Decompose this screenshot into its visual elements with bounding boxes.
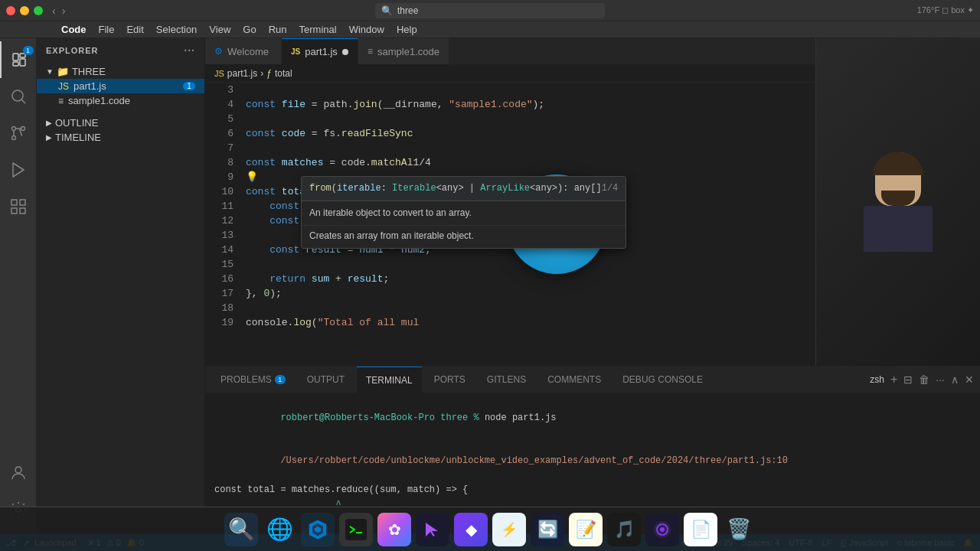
dock-vscode[interactable] bbox=[301, 513, 335, 546]
breadcrumb-symbol[interactable]: total bbox=[275, 68, 292, 79]
code-line-19: console.log("Total of all mul bbox=[246, 315, 809, 330]
panel-trash[interactable]: 🗑 bbox=[919, 373, 929, 386]
dock-obs[interactable] bbox=[645, 513, 679, 546]
sidebar-more-icon[interactable]: ··· bbox=[184, 44, 195, 57]
panel-close[interactable]: ✕ bbox=[965, 373, 974, 386]
panel-tab-ports[interactable]: PORTS bbox=[425, 367, 475, 393]
terminal-line-3: const total = matches.reduce((sum, match… bbox=[205, 482, 980, 497]
activity-run[interactable] bbox=[0, 152, 37, 188]
tab-welcome[interactable]: ⚙ Welcome bbox=[205, 38, 282, 64]
js-file-icon: JS bbox=[58, 81, 69, 92]
file-part1js[interactable]: JS part1.js 1 bbox=[37, 79, 204, 93]
menu-run[interactable]: Run bbox=[269, 24, 287, 35]
webcam-background bbox=[816, 38, 980, 366]
dock-music[interactable]: 🎵 bbox=[607, 513, 641, 546]
menu-go[interactable]: Go bbox=[243, 24, 256, 35]
search-icon: 🔍 bbox=[381, 5, 393, 16]
dock-pages[interactable]: 📄 bbox=[684, 513, 717, 546]
code-editor[interactable]: 3 4 5 6 7 8 9 10 11 12 13 bbox=[205, 83, 815, 366]
dock-cursor[interactable] bbox=[416, 513, 449, 546]
folder-arrow: ▼ bbox=[46, 67, 54, 76]
outline-section[interactable]: ▶ OUTLINE bbox=[37, 116, 204, 130]
activity-git[interactable] bbox=[0, 115, 37, 152]
panel-add-terminal[interactable]: + bbox=[890, 373, 897, 386]
maximize-button[interactable] bbox=[34, 6, 43, 15]
dock-trash[interactable]: 🗑️ bbox=[722, 513, 756, 546]
code-line-5 bbox=[246, 112, 809, 126]
breadcrumb-symbol-icon: ƒ bbox=[266, 68, 272, 79]
dock-chrome[interactable]: 🌐 bbox=[263, 513, 296, 546]
svg-point-4 bbox=[12, 90, 23, 101]
code-line-4: const file = path.join(__dirname, "sampl… bbox=[246, 97, 809, 112]
dock-terminal[interactable] bbox=[339, 513, 373, 546]
explorer-badge: 1 bbox=[23, 46, 34, 55]
svg-rect-13 bbox=[11, 208, 17, 214]
svg-point-8 bbox=[11, 136, 15, 140]
svg-rect-11 bbox=[20, 200, 25, 205]
outline-label: OUTLINE bbox=[55, 117, 98, 129]
panel-split-terminal[interactable]: ⊟ bbox=[903, 373, 913, 386]
sidebar-title: EXPLORER bbox=[46, 46, 99, 55]
dock-finder[interactable]: 🔍 bbox=[224, 513, 258, 546]
back-button[interactable]: ‹ bbox=[52, 5, 56, 17]
minimize-button[interactable] bbox=[20, 6, 29, 15]
dock-timemachine[interactable]: 🔄 bbox=[531, 513, 564, 546]
file-badge: 1 bbox=[183, 82, 195, 90]
panel-tab-problems[interactable]: PROBLEMS 1 bbox=[211, 367, 295, 393]
breadcrumb: JS part1.js › ƒ total bbox=[205, 65, 815, 83]
dock-filezilla[interactable]: ⚡ bbox=[492, 513, 526, 546]
panel-tab-debug[interactable]: DEBUG CONSOLE bbox=[613, 367, 712, 393]
code-line-7 bbox=[246, 141, 809, 155]
forward-button[interactable]: › bbox=[62, 5, 66, 17]
dock-notes[interactable]: 📝 bbox=[569, 513, 603, 546]
svg-point-14 bbox=[15, 467, 21, 473]
panel-tab-output[interactable]: OUTPUT bbox=[298, 367, 354, 393]
dock-obsidian[interactable]: ◆ bbox=[454, 513, 488, 546]
code-line-8: const matches = code.matchAl1/4 bbox=[246, 155, 809, 170]
problems-label: PROBLEMS bbox=[220, 374, 272, 385]
activity-bar: 1 bbox=[0, 38, 37, 534]
tab-sample1code[interactable]: ≡ sample1.code bbox=[358, 38, 449, 64]
timeline-section[interactable]: ▶ TIMELINE bbox=[37, 130, 204, 145]
editor-panel: 1 bbox=[0, 38, 980, 534]
file-sample1code[interactable]: ≡ sample1.code bbox=[37, 93, 204, 108]
sample1-tab-icon: ≡ bbox=[368, 46, 373, 57]
menu-selection[interactable]: Selection bbox=[156, 24, 197, 35]
svg-marker-21 bbox=[426, 523, 438, 536]
folder-icon: 📁 bbox=[57, 66, 69, 77]
menu-edit[interactable]: Edit bbox=[126, 24, 143, 35]
menu-help[interactable]: Help bbox=[397, 24, 417, 35]
folder-three[interactable]: ▼ 📁 THREE bbox=[37, 64, 204, 79]
svg-rect-1 bbox=[20, 59, 25, 66]
activity-account[interactable] bbox=[0, 455, 37, 491]
breadcrumb-file[interactable]: part1.js bbox=[227, 68, 257, 79]
activity-explorer[interactable]: 1 bbox=[0, 41, 37, 78]
panel-tab-comments[interactable]: COMMENTS bbox=[538, 367, 610, 393]
terminal-line-2: /Users/robbert/code/unblockme/unblockme_… bbox=[205, 439, 980, 482]
tooltip-sig-text: ( bbox=[332, 183, 337, 194]
person-body bbox=[864, 206, 933, 252]
tooltip-box: from(iterable: Iterable<any> | ArrayLike… bbox=[301, 176, 626, 249]
menu-terminal[interactable]: Terminal bbox=[299, 24, 337, 35]
panel-more[interactable]: ··· bbox=[936, 373, 945, 386]
activity-search[interactable] bbox=[0, 78, 37, 115]
menu-view[interactable]: View bbox=[209, 24, 230, 35]
shell-label: zsh bbox=[870, 374, 884, 385]
person-silhouette bbox=[864, 152, 933, 252]
tab-sample1code-label: sample1.code bbox=[377, 46, 439, 57]
code-file-icon: ≡ bbox=[58, 96, 64, 106]
menu-file[interactable]: File bbox=[99, 24, 115, 35]
part1js-tab-icon: JS bbox=[291, 47, 300, 56]
close-button[interactable] bbox=[6, 6, 15, 15]
app-wrapper: ‹ › 🔍 three 176°F ◻ box ✦ Code File Edit… bbox=[0, 0, 980, 551]
system-status: 176°F ◻ box ✦ bbox=[917, 5, 974, 15]
activity-extensions[interactable] bbox=[0, 188, 37, 225]
title-search-bar[interactable]: 🔍 three bbox=[375, 3, 605, 18]
tooltip-desc2: Creates an array from an iterable object… bbox=[302, 225, 626, 248]
panel-collapse-all[interactable]: ∧ bbox=[951, 373, 959, 386]
panel-tab-gitlens[interactable]: GITLENS bbox=[478, 367, 535, 393]
panel-tab-terminal[interactable]: TERMINAL bbox=[357, 367, 422, 393]
dock-notchmeister[interactable]: ✿ bbox=[377, 513, 411, 546]
tab-part1js[interactable]: JS part1.js bbox=[282, 38, 358, 64]
menu-window[interactable]: Window bbox=[349, 24, 384, 35]
